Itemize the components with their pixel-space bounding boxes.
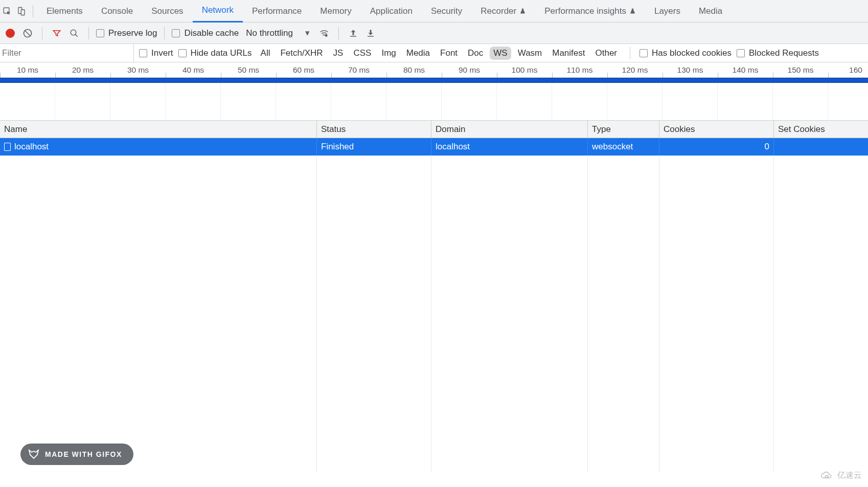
column-type[interactable]: Type [588, 121, 659, 138]
throttling-select[interactable]: No throttling ▾ [242, 26, 314, 40]
column-name[interactable]: Name [0, 121, 317, 138]
hide-data-urls-label: Hide data URLs [191, 48, 252, 58]
blocked-requests-checkbox[interactable]: Blocked Requests [737, 48, 819, 58]
type-filter-font[interactable]: Font [437, 47, 461, 60]
timeline-tick: 120 ms [607, 62, 663, 78]
timeline-column [0, 83, 55, 120]
type-filter-media[interactable]: Media [403, 47, 433, 60]
timeline-tick: 80 ms [386, 62, 442, 78]
tab-layers[interactable]: Layers [645, 0, 690, 23]
type-filter-wasm[interactable]: Wasm [514, 47, 546, 60]
invert-checkbox[interactable]: Invert [139, 48, 173, 58]
timeline-column [663, 83, 718, 120]
request-set-cookies [774, 138, 868, 156]
network-conditions-icon[interactable] [317, 26, 331, 40]
disable-cache-checkbox[interactable]: Disable cache [172, 28, 239, 38]
blocked-requests-label: Blocked Requests [749, 48, 819, 58]
timeline-tick: 40 ms [166, 62, 221, 78]
timeline-overview-bar[interactable] [0, 78, 868, 83]
type-filter-other[interactable]: Other [592, 47, 621, 60]
timeline-column [718, 83, 773, 120]
request-table-empty [0, 156, 868, 473]
type-filter-css[interactable]: CSS [350, 47, 375, 60]
tab-media[interactable]: Media [690, 0, 732, 23]
tab-network[interactable]: Network [193, 0, 243, 23]
column-status[interactable]: Status [317, 121, 431, 138]
checkbox-icon [139, 49, 147, 57]
separator [630, 47, 630, 59]
timeline-tick: 150 ms [773, 62, 828, 78]
filter-bar: Invert Hide data URLs AllFetch/XHRJSCSSI… [0, 44, 868, 62]
device-toggle-icon[interactable] [14, 4, 29, 18]
type-filter-img[interactable]: Img [378, 47, 399, 60]
checkbox-icon [96, 29, 104, 37]
upload-har-icon[interactable] [346, 26, 360, 40]
request-status: Finished [317, 138, 431, 156]
type-filter-fetch-xhr[interactable]: Fetch/XHR [277, 47, 326, 60]
tab-performance[interactable]: Performance [243, 0, 311, 23]
timeline-ruler[interactable]: 10 ms20 ms30 ms40 ms50 ms60 ms70 ms80 ms… [0, 62, 868, 78]
timeline-tick: 140 ms [718, 62, 773, 78]
timeline-column [331, 83, 386, 120]
svg-point-8 [826, 475, 829, 477]
hide-data-urls-checkbox[interactable]: Hide data URLs [178, 48, 252, 58]
separator [338, 27, 339, 39]
record-button[interactable] [3, 26, 17, 40]
throttling-value: No throttling [246, 28, 293, 38]
tab-memory[interactable]: Memory [311, 0, 360, 23]
watermark: 亿速云 [820, 470, 862, 481]
inspect-icon[interactable] [0, 4, 14, 18]
timeline-tick: 20 ms [55, 62, 110, 78]
column-domain[interactable]: Domain [431, 121, 588, 138]
type-filter-all[interactable]: All [257, 47, 274, 60]
checkbox-icon [172, 29, 180, 37]
timeline-column [386, 83, 442, 120]
timeline-column [607, 83, 663, 120]
chevron-down-icon: ▾ [305, 28, 310, 38]
tab-elements[interactable]: Elements [37, 0, 92, 23]
preserve-log-checkbox[interactable]: Preserve log [96, 28, 157, 38]
watermark-text: 亿速云 [837, 470, 862, 481]
timeline-tick: 30 ms [110, 62, 166, 78]
checkbox-icon [737, 49, 745, 57]
gifox-label: MADE WITH GIFOX [45, 450, 122, 458]
gifox-badge: MADE WITH GIFOX [20, 444, 133, 465]
timeline-body[interactable] [0, 83, 868, 121]
separator [164, 27, 165, 39]
clear-button[interactable] [20, 26, 35, 40]
filter-input[interactable] [0, 45, 134, 62]
type-filter-doc[interactable]: Doc [464, 47, 487, 60]
svg-rect-7 [368, 36, 374, 37]
timeline-tick: 50 ms [221, 62, 276, 78]
blocked-cookies-checkbox[interactable]: Has blocked cookies [639, 48, 732, 58]
type-filter-manifest[interactable]: Manifest [549, 47, 588, 60]
request-row[interactable]: localhost Finished localhost websocket 0 [0, 138, 868, 156]
svg-point-5 [325, 34, 328, 36]
invert-label: Invert [151, 48, 173, 58]
request-cookies: 0 [659, 138, 774, 156]
timeline-column [497, 83, 552, 120]
svg-point-4 [71, 30, 76, 35]
timeline-column [773, 83, 828, 120]
filter-icon[interactable] [50, 26, 64, 40]
experiment-icon [519, 8, 526, 14]
tab-recorder[interactable]: Recorder [471, 0, 535, 23]
tab-application[interactable]: Application [361, 0, 422, 23]
network-toolbar: Preserve log Disable cache No throttling… [0, 23, 868, 44]
tab-performance-insights[interactable]: Performance insights [535, 0, 645, 23]
timeline-column [221, 83, 276, 120]
type-filter-js[interactable]: JS [330, 47, 347, 60]
blocked-cookies-label: Has blocked cookies [652, 48, 732, 58]
search-icon[interactable] [67, 26, 81, 40]
column-cookies[interactable]: Cookies [659, 121, 774, 138]
column-set-cookies[interactable]: Set Cookies [774, 121, 868, 138]
tab-security[interactable]: Security [422, 0, 471, 23]
download-har-icon[interactable] [363, 26, 378, 40]
type-filter-ws[interactable]: WS [490, 47, 511, 60]
timeline-tick: 10 ms [0, 62, 55, 78]
timeline-column [110, 83, 166, 120]
tab-sources[interactable]: Sources [142, 0, 192, 23]
checkbox-icon [639, 49, 648, 57]
experiment-icon [629, 8, 636, 14]
tab-console[interactable]: Console [92, 0, 142, 23]
